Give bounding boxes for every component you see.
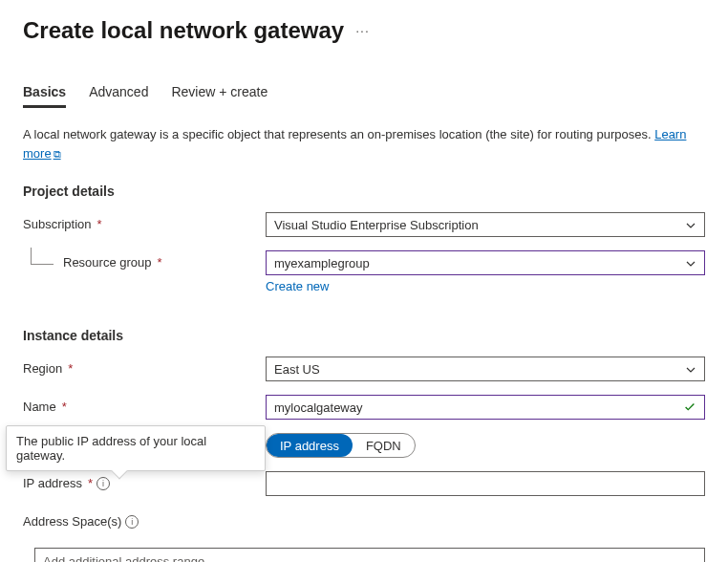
required-indicator: * (97, 217, 102, 231)
region-select[interactable]: East US (266, 357, 705, 381)
region-value: East US (274, 362, 320, 377)
tab-basics[interactable]: Basics (23, 78, 66, 108)
required-indicator: * (68, 361, 73, 376)
subscription-value: Visual Studio Enterprise Subscription (274, 218, 479, 232)
label-ip-address: IP address (23, 476, 82, 490)
name-value: mylocalgateway (274, 400, 363, 415)
chevron-down-icon (685, 258, 696, 270)
external-link-icon: ⧉ (54, 148, 61, 160)
more-icon[interactable]: ··· (355, 23, 370, 38)
label-resource-group: Resource group (63, 255, 152, 270)
label-subscription: Subscription (23, 217, 92, 231)
endpoint-option-ip[interactable]: IP address (267, 434, 353, 457)
ip-address-input[interactable] (266, 471, 705, 496)
endpoint-toggle: IP address FQDN (266, 433, 416, 458)
resource-group-select[interactable]: myexamplegroup (266, 250, 705, 275)
section-title-instance-details: Instance details (23, 328, 705, 343)
page-title: Create local network gateway (23, 17, 344, 44)
tab-advanced[interactable]: Advanced (89, 78, 148, 108)
description-text: A local network gateway is a specific ob… (23, 125, 705, 162)
label-address-space: Address Space(s) (23, 514, 121, 529)
endpoint-option-fqdn[interactable]: FQDN (353, 434, 415, 457)
address-range-input[interactable]: Add additional address range (34, 548, 705, 562)
address-range-placeholder: Add additional address range (43, 554, 204, 563)
info-icon[interactable]: i (125, 515, 139, 529)
info-icon[interactable]: i (96, 477, 110, 490)
tab-review-create[interactable]: Review + create (171, 78, 268, 108)
chevron-down-icon (685, 364, 696, 376)
label-region: Region (23, 361, 62, 376)
label-name: Name (23, 400, 56, 414)
description-body: A local network gateway is a specific ob… (23, 127, 654, 141)
section-title-project-details: Project details (23, 184, 705, 199)
hierarchy-bracket-icon (31, 248, 54, 265)
checkmark-icon (683, 400, 696, 417)
required-indicator: * (62, 400, 67, 414)
tabs: Basics Advanced Review + create (23, 78, 705, 108)
name-input[interactable]: mylocalgateway (266, 395, 705, 420)
resource-group-value: myexamplegroup (274, 256, 370, 270)
required-indicator: * (158, 255, 162, 270)
chevron-down-icon (685, 220, 696, 231)
create-new-link[interactable]: Create new (266, 279, 329, 293)
subscription-select[interactable]: Visual Studio Enterprise Subscription (266, 212, 705, 237)
required-indicator: * (88, 476, 93, 490)
endpoint-tooltip: The public IP address of your local gate… (6, 425, 266, 471)
